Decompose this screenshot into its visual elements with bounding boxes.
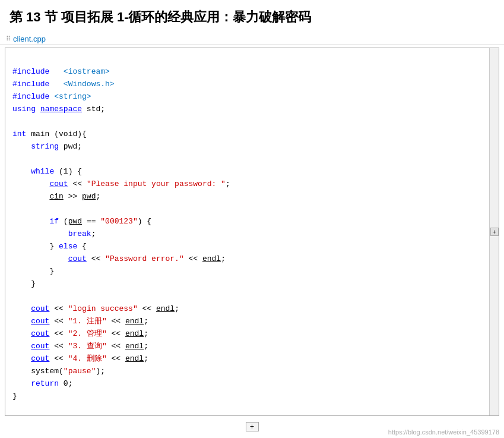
file-tab-label: client.cpp: [13, 34, 46, 43]
code-container: #include <iostream> #include <Windows.h>…: [5, 48, 499, 416]
scrollbar-plus-button[interactable]: +: [490, 228, 499, 236]
page-title: 第 13 节 项目拓展 1-循环的经典应用：暴力破解密码: [0, 0, 504, 32]
code-area[interactable]: #include <iostream> #include <Windows.h>…: [5, 48, 499, 415]
file-tab[interactable]: ⠿ client.cpp: [5, 33, 50, 45]
file-tab-bar: ⠿ client.cpp: [0, 32, 504, 45]
bottom-add-button[interactable]: +: [246, 422, 259, 431]
drag-handle-icon: ⠿: [6, 35, 11, 43]
scrollbar-right: +: [489, 48, 499, 415]
watermark: https://blog.csdn.net/weixin_45399178: [388, 428, 499, 436]
